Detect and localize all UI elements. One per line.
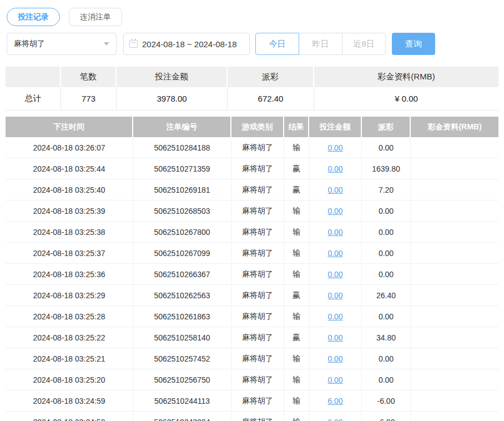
table-row: 2024-08-18 03:26:075062510284188麻将胡了输0.0… — [6, 137, 498, 158]
cell-payout: 0.00 — [362, 243, 411, 263]
records-table-body: 2024-08-18 03:26:075062510284188麻将胡了输0.0… — [6, 137, 498, 421]
cell-result: 输 — [284, 243, 309, 263]
table-row: 2024-08-18 03:24:585062510243994麻将胡了输6.0… — [6, 412, 498, 421]
records-table: 下注时间注单编号游戏类别结果投注金额派彩彩金资料(RMB) 2024-08-18… — [6, 117, 498, 421]
cell-order-no: 5062510256750 — [133, 369, 231, 390]
records-header-result: 结果 — [284, 117, 309, 137]
bet-amount-link[interactable]: 0.00 — [327, 143, 342, 152]
cell-game: 麻将胡了 — [231, 390, 284, 411]
cell-order-no: 5062510268503 — [133, 201, 231, 221]
search-button[interactable]: 查询 — [392, 33, 435, 55]
date-range-value: 2024-08-18 ~ 2024-08-18 — [142, 39, 237, 49]
cell-bet: 6.00 — [309, 390, 362, 411]
summary-total-bonus: ¥ 0.00 — [314, 87, 498, 110]
summary-total-bet-amount: 3978.00 — [117, 87, 228, 110]
cell-result: 赢 — [284, 179, 309, 200]
cell-result: 输 — [284, 137, 309, 158]
summary-header-row: 笔数 投注金额 派彩 彩金资料(RMB) — [6, 67, 498, 87]
cell-game: 麻将胡了 — [231, 222, 284, 242]
cell-bet: 0.00 — [309, 222, 362, 242]
cell-order-no: 5062510244113 — [133, 390, 231, 411]
cell-bonus — [411, 201, 498, 221]
bet-amount-link[interactable]: 6.00 — [327, 418, 342, 421]
bet-amount-link[interactable]: 0.00 — [327, 207, 342, 215]
summary-header-bet-amount: 投注金额 — [117, 67, 228, 87]
cell-bonus — [411, 158, 498, 179]
cell-result: 赢 — [284, 158, 309, 179]
betting-records-page: 投注记录 连消注单 麻将胡了 2024-08-18 ~ 2024-08-18 今… — [0, 0, 504, 421]
cell-bet: 0.00 — [309, 179, 362, 200]
cell-bonus — [411, 179, 498, 200]
cell-game: 麻将胡了 — [231, 369, 284, 390]
cell-payout: 0.00 — [362, 369, 411, 390]
cell-time: 2024-08-18 03:24:59 — [6, 390, 133, 411]
cell-payout: -6.00 — [362, 390, 411, 411]
tab-cancelled-bets[interactable]: 连消注单 — [69, 8, 122, 26]
cell-bet: 0.00 — [309, 243, 362, 263]
records-header-game-type: 游戏类别 — [231, 117, 284, 137]
cell-game: 麻将胡了 — [231, 179, 284, 200]
bet-amount-link[interactable]: 6.00 — [327, 397, 342, 405]
yesterday-button[interactable]: 昨日 — [299, 33, 342, 55]
records-header-bet-time: 下注时间 — [6, 117, 133, 137]
cell-payout: 0.00 — [362, 306, 411, 327]
summary-total-payout: 672.40 — [228, 87, 314, 110]
cell-bonus — [411, 348, 498, 369]
cell-bonus — [411, 222, 498, 242]
cell-game: 麻将胡了 — [231, 158, 284, 179]
bet-amount-link[interactable]: 0.00 — [327, 164, 342, 173]
cell-bet: 0.00 — [309, 369, 362, 390]
bet-amount-link[interactable]: 0.00 — [327, 186, 342, 194]
cell-order-no: 5062510266367 — [133, 264, 231, 284]
chevron-down-icon — [104, 42, 109, 46]
cell-result: 输 — [284, 348, 309, 369]
cell-game: 麻将胡了 — [231, 348, 284, 369]
tab-betting-records[interactable]: 投注记录 — [7, 8, 60, 26]
summary-header-count: 笔数 — [61, 67, 117, 87]
cell-bonus — [411, 306, 498, 327]
cell-game: 麻将胡了 — [231, 327, 284, 348]
cell-time: 2024-08-18 03:25:36 — [6, 264, 133, 284]
bet-amount-link[interactable]: 0.00 — [327, 333, 342, 342]
cell-order-no: 5062510269181 — [133, 179, 231, 200]
last-8-days-button[interactable]: 近8日 — [342, 33, 386, 55]
cell-time: 2024-08-18 03:25:40 — [6, 179, 133, 200]
cell-result: 输 — [284, 390, 309, 411]
cell-result: 赢 — [284, 327, 309, 348]
cell-time: 2024-08-18 03:25:44 — [6, 158, 133, 179]
summary-header-payout: 派彩 — [228, 67, 314, 87]
cell-bet: 0.00 — [309, 201, 362, 221]
cell-order-no: 5062510267099 — [133, 243, 231, 263]
cell-time: 2024-08-18 03:25:28 — [6, 306, 133, 327]
cell-bet: 0.00 — [309, 264, 362, 284]
cell-bet: 0.00 — [309, 348, 362, 369]
table-row: 2024-08-18 03:25:445062510271359麻将胡了赢0.0… — [6, 158, 498, 179]
bet-amount-link[interactable]: 0.00 — [327, 270, 342, 279]
cell-bonus — [411, 243, 498, 263]
bet-amount-link[interactable]: 0.00 — [327, 375, 342, 384]
cell-bet: 6.00 — [309, 412, 362, 421]
cell-order-no: 5062510261863 — [133, 306, 231, 327]
date-range-picker[interactable]: 2024-08-18 ~ 2024-08-18 — [123, 33, 250, 55]
bet-amount-link[interactable]: 0.00 — [327, 249, 342, 258]
bet-amount-link[interactable]: 0.00 — [327, 228, 342, 237]
table-row: 2024-08-18 03:25:225062510258140麻将胡了赢0.0… — [6, 327, 498, 348]
bet-amount-link[interactable]: 0.00 — [327, 354, 342, 363]
cell-bonus — [411, 137, 498, 158]
cell-payout: 0.00 — [362, 137, 411, 158]
bet-amount-link[interactable]: 0.00 — [327, 291, 342, 300]
cell-order-no: 5062510262563 — [133, 285, 231, 305]
cell-payout: -6.00 — [362, 412, 411, 421]
cell-game: 麻将胡了 — [231, 306, 284, 327]
table-row: 2024-08-18 03:25:215062510257452麻将胡了输0.0… — [6, 348, 498, 369]
cell-payout: 26.40 — [362, 285, 411, 305]
cell-order-no: 5062510243994 — [133, 412, 231, 421]
game-select[interactable]: 麻将胡了 — [7, 33, 117, 55]
cell-time: 2024-08-18 03:26:07 — [6, 137, 133, 158]
summary-header-empty — [6, 67, 61, 87]
today-button[interactable]: 今日 — [255, 33, 299, 55]
cell-result: 输 — [284, 201, 309, 221]
cell-bonus — [411, 285, 498, 305]
bet-amount-link[interactable]: 0.00 — [327, 312, 342, 321]
cell-result: 赢 — [284, 285, 309, 305]
